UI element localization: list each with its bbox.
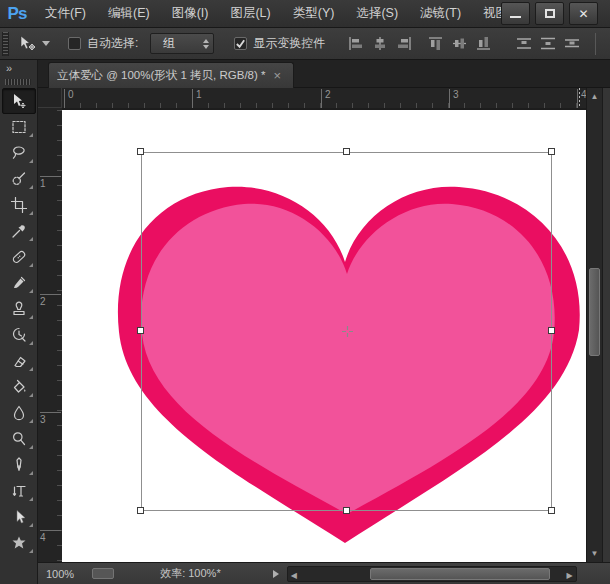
tool-custom-shape[interactable] [2,530,36,556]
distribute-group [515,35,581,52]
distribute-top-edges-button[interactable] [515,35,533,52]
tool-paint-bucket[interactable] [2,374,36,400]
h-ruler-tick: 1 [192,89,202,108]
transform-handle-top-right[interactable] [548,148,555,155]
tool-quick-selection[interactable] [2,166,36,192]
tool-clone-stamp[interactable] [2,296,36,322]
scroll-right-icon[interactable]: ▶ [567,571,573,580]
document-tab-bar: » 立体爱心 @ 100%(形状 1 拷贝, RGB/8) * × [0,60,610,88]
photoshop-window: Ps 文件(F) 编辑(E) 图像(I) 图层(L) 类型(Y) 选择(S) 滤… [0,0,610,584]
v-ruler-tick: 4 [40,530,61,543]
maximize-button[interactable] [535,2,564,25]
transform-handle-top-center[interactable] [343,148,350,155]
menu-bar: Ps 文件(F) 编辑(E) 图像(I) 图层(L) 类型(Y) 选择(S) 滤… [0,0,610,28]
document-tab[interactable]: 立体爱心 @ 100%(形状 1 拷贝, RGB/8) * × [48,62,294,88]
tool-move[interactable] [2,88,36,114]
vertical-scrollbar-thumb[interactable] [589,268,600,356]
vertical-ruler[interactable]: 1 2 3 4 [38,108,62,562]
menu-item-file[interactable]: 文件(F) [34,0,97,28]
tool-spot-healing-brush[interactable] [2,244,36,270]
v-ruler-tick: 3 [40,412,61,425]
move-icon [11,93,27,109]
tool-pen[interactable] [2,452,36,478]
scroll-left-icon[interactable]: ◀ [291,571,297,580]
tool-dodge[interactable] [2,426,36,452]
transform-reference-point-icon[interactable] [341,325,354,338]
h-ruler-tick: 0 [64,89,74,108]
transform-handle-bottom-center[interactable] [343,507,350,514]
menu-item-type[interactable]: 类型(Y) [282,0,346,28]
tool-options-bar: 自动选择: 组 显示变换控件 [0,28,610,60]
menu-item-filter[interactable]: 滤镜(T) [409,0,472,28]
zoom-level-field[interactable]: 100% [46,568,74,580]
show-transform-checkbox[interactable] [234,37,247,50]
panel-dock-edge[interactable] [602,88,610,584]
auto-select-label: 自动选择: [87,35,138,52]
v-ruler-tick: 1 [40,176,61,189]
h-ruler-tick: 3 [449,89,459,108]
minimize-icon [510,16,521,18]
ruler-cursor-indicator [579,88,580,108]
maximize-icon [545,9,555,18]
scroll-down-icon[interactable]: ▼ [587,549,602,558]
align-bottom-edges-button[interactable] [475,35,493,52]
status-bar: 100% 效率: 100%* ◀ ▶ [38,562,610,584]
photoshop-logo: Ps [0,4,34,24]
menu-item-image[interactable]: 图像(I) [161,0,220,28]
move-tool-icon [17,35,37,53]
options-bar-grip[interactable] [2,32,9,56]
transform-handle-top-left[interactable] [137,148,144,155]
toolbar-grip[interactable] [5,79,31,85]
efficiency-status: 效率: 100%* [160,566,221,581]
ruler-origin-corner[interactable] [38,88,62,108]
tool-lasso[interactable] [2,140,36,166]
transform-handle-middle-left[interactable] [137,327,144,334]
close-icon: ✕ [578,8,588,20]
document-canvas[interactable] [62,110,586,562]
vertical-scrollbar[interactable]: ▲ ▼ [586,88,602,562]
horizontal-ruler[interactable]: 0 1 2 3 4 [62,88,586,108]
align-right-edges-button[interactable] [395,35,413,52]
tool-eyedropper[interactable] [2,218,36,244]
horizontal-scrollbar[interactable]: ◀ ▶ [287,566,577,582]
minimize-button[interactable] [501,2,530,25]
show-transform-label: 显示变换控件 [253,35,325,52]
align-vertical-centers-button[interactable] [451,35,469,52]
distribute-bottom-edges-button[interactable] [563,35,581,52]
status-flyout-arrow-icon[interactable] [273,570,279,578]
v-ruler-tick: 2 [40,294,61,307]
collapse-toolbar-icon[interactable]: » [6,62,10,74]
checkmark-icon [235,38,246,50]
move-tool-preset[interactable] [17,35,50,53]
auto-select-checkbox[interactable] [68,37,81,50]
transform-handle-bottom-right[interactable] [548,507,555,514]
tool-blur[interactable] [2,400,36,426]
toolbar-header: » [0,60,38,88]
align-top-edges-button[interactable] [427,35,445,52]
window-controls: ✕ [501,2,598,25]
transform-handle-middle-right[interactable] [548,327,555,334]
tool-eraser[interactable] [2,348,36,374]
tool-preset-caret-icon [42,41,50,46]
transform-handle-bottom-left[interactable] [137,507,144,514]
auto-select-target-dropdown[interactable]: 组 [150,33,214,54]
tool-type[interactable] [2,478,36,504]
distribute-vertical-centers-button[interactable] [539,35,557,52]
document-tab-title: 立体爱心 @ 100%(形状 1 拷贝, RGB/8) * [57,68,266,83]
align-group-vertical [427,35,493,52]
tab-close-icon[interactable]: × [274,69,282,82]
close-button[interactable]: ✕ [569,2,598,25]
align-group-edges [347,35,413,52]
tool-crop[interactable] [2,192,36,218]
align-horizontal-centers-button[interactable] [371,35,389,52]
horizontal-scrollbar-thumb[interactable] [370,568,550,580]
menu-item-select[interactable]: 选择(S) [345,0,409,28]
menu-item-edit[interactable]: 编辑(E) [97,0,161,28]
tool-rectangular-marquee[interactable] [2,114,36,140]
align-left-edges-button[interactable] [347,35,365,52]
tool-path-selection[interactable] [2,504,36,530]
menu-item-layer[interactable]: 图层(L) [219,0,281,28]
tool-history-brush[interactable] [2,322,36,348]
scroll-up-icon[interactable]: ▲ [587,92,602,101]
tool-brush[interactable] [2,270,36,296]
